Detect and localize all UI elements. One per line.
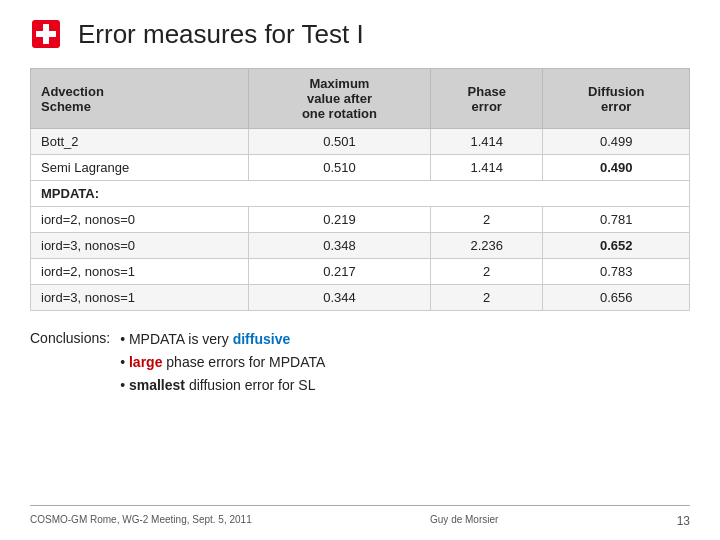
col-diff-err: Diffusionerror xyxy=(543,69,690,129)
table-cell: 1.414 xyxy=(431,155,543,181)
table-cell: iord=3, nonos=0 xyxy=(31,233,249,259)
conclusion-bullet-2: • large phase errors for MPDATA xyxy=(120,352,325,373)
table-cell: 0.490 xyxy=(543,155,690,181)
conclusions-label: Conclusions: xyxy=(30,329,110,346)
conclusion-bullet-1: • MPDATA is very diffusive xyxy=(120,329,325,350)
table-row: iord=3, nonos=00.3482.2360.652 xyxy=(31,233,690,259)
svg-rect-2 xyxy=(36,31,56,37)
header: Error measures for Test I xyxy=(30,18,690,50)
table-cell: 0.501 xyxy=(248,129,430,155)
col-phase-err: Phaseerror xyxy=(431,69,543,129)
smallest-text: smallest xyxy=(129,377,185,393)
conclusions-bullets: • MPDATA is very diffusive • large phase… xyxy=(120,329,325,396)
footer-page-number: 13 xyxy=(677,514,690,528)
table-cell: 0.344 xyxy=(248,285,430,311)
table-cell: 0.217 xyxy=(248,259,430,285)
section-label: MPDATA: xyxy=(31,181,690,207)
table-cell: 0.781 xyxy=(543,207,690,233)
table-cell: 0.499 xyxy=(543,129,690,155)
table-row: iord=2, nonos=10.21720.783 xyxy=(31,259,690,285)
large-phase-text: large xyxy=(129,354,162,370)
diffusive-text: diffusive xyxy=(233,331,291,347)
table-cell: 2.236 xyxy=(431,233,543,259)
table-row: iord=2, nonos=00.21920.781 xyxy=(31,207,690,233)
table-cell: 0.219 xyxy=(248,207,430,233)
data-table: AdvectionScheme Maximumvalue afterone ro… xyxy=(30,68,690,311)
table-cell: 2 xyxy=(431,285,543,311)
table-cell: 0.652 xyxy=(543,233,690,259)
table-cell: 0.783 xyxy=(543,259,690,285)
page-title: Error measures for Test I xyxy=(78,19,364,50)
logo xyxy=(30,18,62,50)
table-cell: 0.348 xyxy=(248,233,430,259)
table-row: iord=3, nonos=10.34420.656 xyxy=(31,285,690,311)
table-row: Bott_20.5011.4140.499 xyxy=(31,129,690,155)
page: Error measures for Test I AdvectionSchem… xyxy=(0,0,720,540)
table-cell: iord=2, nonos=1 xyxy=(31,259,249,285)
col-scheme: AdvectionScheme xyxy=(31,69,249,129)
table-cell: 0.656 xyxy=(543,285,690,311)
footer: COSMO-GM Rome, WG-2 Meeting, Sept. 5, 20… xyxy=(30,505,690,528)
table-cell: iord=3, nonos=1 xyxy=(31,285,249,311)
table-cell: 2 xyxy=(431,259,543,285)
table-cell: 1.414 xyxy=(431,129,543,155)
footer-center: Guy de Morsier xyxy=(430,514,498,528)
table-cell: 0.510 xyxy=(248,155,430,181)
col-max-val: Maximumvalue afterone rotation xyxy=(248,69,430,129)
conclusions: Conclusions: • MPDATA is very diffusive … xyxy=(30,329,690,396)
conclusion-bullet-3: • smallest diffusion error for SL xyxy=(120,375,325,396)
table-row: Semi Lagrange0.5101.4140.490 xyxy=(31,155,690,181)
table-row: MPDATA: xyxy=(31,181,690,207)
footer-left: COSMO-GM Rome, WG-2 Meeting, Sept. 5, 20… xyxy=(30,514,252,528)
table-cell: Semi Lagrange xyxy=(31,155,249,181)
table-cell: 2 xyxy=(431,207,543,233)
table-cell: iord=2, nonos=0 xyxy=(31,207,249,233)
table-cell: Bott_2 xyxy=(31,129,249,155)
